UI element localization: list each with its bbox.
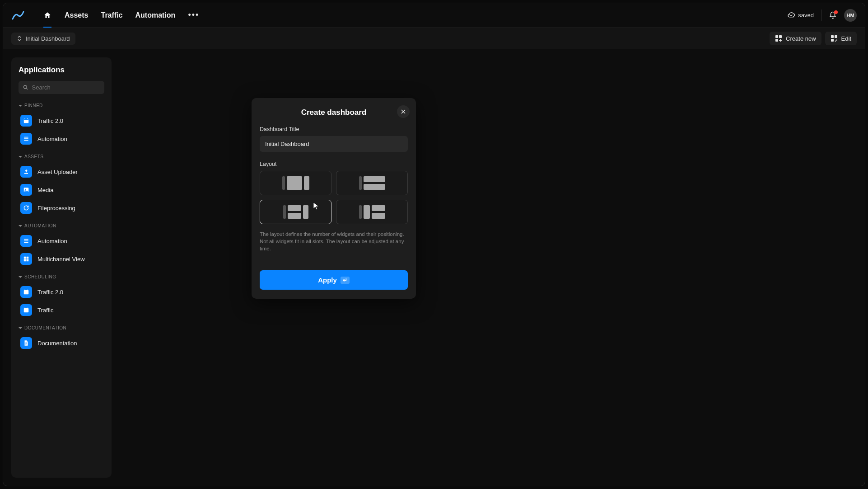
main-area: Create dashboard Dashboard Title Layout: [121, 57, 857, 478]
sidebar-item-automation[interactable]: Automation: [19, 232, 104, 250]
caret-down-icon: [19, 326, 22, 330]
caret-down-icon: [19, 155, 22, 159]
search-input[interactable]: [32, 84, 100, 91]
home-icon: [43, 11, 51, 19]
svg-rect-4: [835, 35, 837, 38]
nav-assets[interactable]: Assets: [65, 3, 88, 28]
svg-rect-15: [27, 259, 29, 262]
save-status: saved: [787, 11, 814, 19]
notification-dot: [834, 10, 838, 14]
dashboard-selector[interactable]: Initial Dashboard: [11, 33, 75, 45]
grid-icon: [20, 253, 32, 265]
layout-helper-text: The layout defines the number of widgets…: [260, 230, 408, 252]
dashboard-title-input[interactable]: [260, 136, 408, 152]
sidebar-item-multichannel[interactable]: Multichannel View: [19, 250, 104, 268]
caret-down-icon: [19, 104, 22, 108]
edit-button[interactable]: Edit: [825, 32, 857, 45]
layout-label: Layout: [260, 161, 408, 167]
svg-rect-3: [831, 35, 834, 38]
doc-icon: [20, 337, 32, 349]
svg-rect-1: [779, 35, 782, 38]
svg-rect-12: [24, 257, 26, 259]
sidebar-item-fileprocessing[interactable]: Fileprocessing: [19, 199, 104, 217]
section-pinned[interactable]: PINNED: [19, 103, 104, 108]
section-scheduling[interactable]: SCHEDULING: [19, 274, 104, 279]
list-icon: [20, 235, 32, 247]
calendar-icon: [20, 115, 32, 127]
upload-icon: [20, 166, 32, 178]
svg-rect-2: [775, 39, 778, 42]
svg-rect-5: [831, 39, 834, 42]
layout-option-4[interactable]: [336, 200, 408, 224]
calendar-icon: [20, 304, 32, 316]
modal-title: Create dashboard: [301, 108, 367, 117]
svg-rect-16: [24, 290, 29, 294]
create-dashboard-modal: Create dashboard Dashboard Title Layout: [252, 98, 416, 299]
calendar-icon: [20, 286, 32, 298]
sidebar-item-asset-uploader[interactable]: Asset Uploader: [19, 163, 104, 181]
create-new-button[interactable]: Create new: [770, 32, 821, 45]
sidebar-title: Applications: [19, 66, 104, 75]
nav-traffic[interactable]: Traffic: [101, 3, 122, 28]
layout-option-1[interactable]: [260, 171, 331, 195]
user-avatar[interactable]: HM: [844, 9, 857, 22]
layout-option-3[interactable]: [260, 200, 331, 224]
caret-down-icon: [19, 224, 22, 228]
sidebar-item-traffic-2[interactable]: Traffic 2.0: [19, 112, 104, 130]
close-icon: [400, 108, 406, 115]
section-documentation[interactable]: DOCUMENTATION: [19, 325, 104, 330]
notifications-button[interactable]: [829, 11, 837, 19]
sidebar-item-media[interactable]: Media: [19, 181, 104, 199]
svg-rect-8: [24, 119, 29, 120]
svg-rect-0: [775, 35, 778, 38]
svg-point-11: [25, 189, 26, 190]
search-icon: [23, 85, 28, 90]
selector-icon: [17, 35, 22, 42]
sidebar-item-traffic-2-sched[interactable]: Traffic 2.0: [19, 283, 104, 301]
sidebar-item-automation-pinned[interactable]: Automation: [19, 130, 104, 148]
top-nav: Assets Traffic Automation ••• saved HM: [3, 3, 865, 28]
sidebar-item-traffic-sched[interactable]: Traffic: [19, 301, 104, 319]
nav-more[interactable]: •••: [188, 10, 199, 20]
svg-point-6: [23, 85, 27, 89]
applications-sidebar: Applications PINNED Traffic 2.0 Automati…: [11, 57, 112, 478]
layout-option-2[interactable]: [336, 171, 408, 195]
svg-rect-17: [24, 308, 29, 312]
svg-rect-13: [27, 257, 29, 259]
dashboard-add-icon: [775, 35, 782, 42]
dashboard-title-label: Dashboard Title: [260, 126, 408, 132]
modal-close-button[interactable]: [397, 105, 410, 118]
caret-down-icon: [19, 275, 22, 279]
nav-automation[interactable]: Automation: [135, 3, 176, 28]
list-icon: [20, 133, 32, 145]
image-icon: [20, 184, 32, 196]
section-assets[interactable]: ASSETS: [19, 154, 104, 159]
cloud-icon: [787, 11, 795, 19]
sub-nav: Initial Dashboard Create new Edit: [3, 28, 865, 49]
sidebar-item-documentation[interactable]: Documentation: [19, 334, 104, 352]
app-logo[interactable]: [11, 9, 25, 22]
svg-rect-9: [24, 173, 28, 174]
section-automation[interactable]: AUTOMATION: [19, 223, 104, 228]
refresh-icon: [20, 202, 32, 214]
apply-button[interactable]: Apply ↵: [260, 270, 408, 290]
search-box[interactable]: [19, 81, 104, 94]
svg-rect-14: [24, 259, 26, 262]
dashboard-edit-icon: [831, 35, 838, 42]
enter-key-hint: ↵: [341, 277, 350, 284]
nav-home[interactable]: [43, 3, 52, 28]
